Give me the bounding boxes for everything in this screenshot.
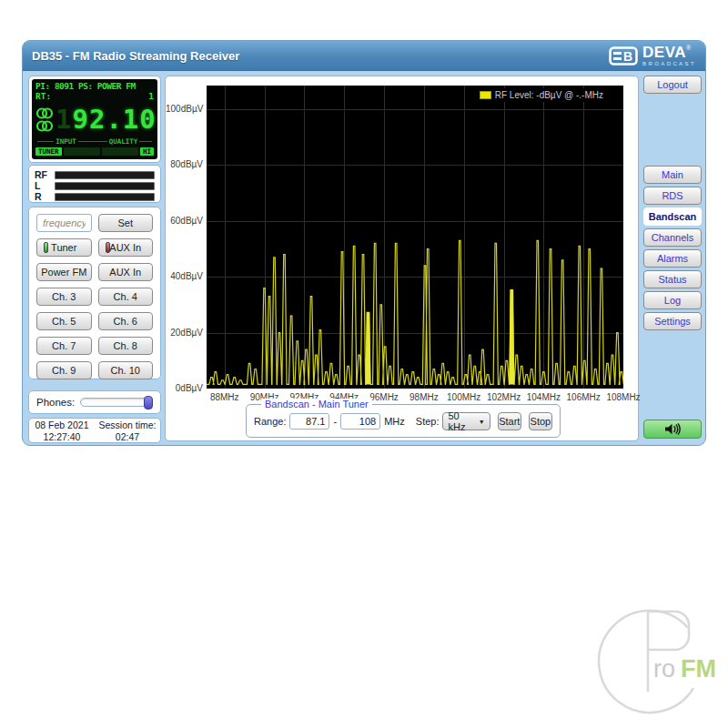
lcd-tuner-indicator: TUNER <box>35 147 62 156</box>
channel-7-button[interactable]: Ch. 7 <box>36 337 92 355</box>
sidebar-item-bandscan[interactable]: Bandscan <box>643 207 702 226</box>
date-value: 08 Feb 2021 <box>29 420 95 431</box>
y-tick-label: 60dBµV <box>166 216 203 226</box>
bandscan-chart: 0dBµV20dBµV40dBµV60dBµV80dBµV100dBµV 88M… <box>166 76 638 404</box>
start-button[interactable]: Start <box>498 412 521 430</box>
x-tick-label: 104MHz <box>527 392 561 402</box>
sidebar-item-main[interactable]: Main <box>643 166 702 184</box>
lcd-quality-label: QUALITY <box>109 137 138 146</box>
range-dash: - <box>333 416 337 427</box>
sidebar-item-settings[interactable]: Settings <box>643 312 702 330</box>
left-meter-label: L <box>35 180 51 191</box>
lcd-frequency-row: 192.10 <box>35 101 154 137</box>
right-meter: R <box>35 191 155 202</box>
left-meter: L <box>35 180 155 191</box>
x-tick-label: 102MHz <box>487 392 521 402</box>
sidebar-item-alarms[interactable]: Alarms <box>643 249 702 268</box>
rf-meter: RF <box>35 169 155 180</box>
x-tick-label: 98MHz <box>410 392 439 402</box>
lcd-frequency: 192.10 <box>56 104 157 135</box>
lcd-rt-flag: 1 <box>148 91 154 101</box>
range-label: Range: <box>254 416 286 427</box>
channel-5-button[interactable]: Ch. 5 <box>36 312 92 330</box>
power-fm-button[interactable]: Power FM <box>36 263 92 281</box>
lcd-rt-label: RT: <box>35 91 51 101</box>
channel-9-button[interactable]: Ch. 9 <box>36 361 92 379</box>
sidebar-item-rds[interactable]: RDS <box>643 187 702 205</box>
range-from-input[interactable] <box>289 413 329 430</box>
lcd-panel: PI: 8091 PS: POWER FM RT: 1 192.10 INPUT… <box>28 76 161 163</box>
watermark-ro: ro <box>653 655 675 682</box>
step-label: Step: <box>416 416 440 427</box>
channel-4-button[interactable]: Ch. 4 <box>98 288 154 306</box>
phones-volume-slider[interactable] <box>80 398 153 407</box>
chevron-down-icon: ▼ <box>479 419 485 425</box>
title-bar: DB35 - FM Radio Streaming Receiver B DEV… <box>23 41 705 71</box>
sidebar-item-log[interactable]: Log <box>643 291 702 309</box>
x-tick-label: 96MHz <box>369 392 399 402</box>
aux-in-button[interactable]: AUX In <box>98 238 154 257</box>
lcd-pi-ps: PI: 8091 PS: POWER FM <box>35 81 154 91</box>
tuner-controls-panel: Set Tuner AUX In Power FM AUX In Ch. 3 C… <box>28 207 161 379</box>
lcd-input-label: INPUT <box>56 137 76 146</box>
deva-logo-mark-icon: B <box>609 46 638 66</box>
brand-name: DEVA <box>642 44 686 61</box>
stereo-indicator-icon <box>35 107 54 132</box>
session-time-value: 02:47 <box>95 431 160 443</box>
x-tick-label: 108MHz <box>606 392 640 402</box>
lcd-dim-indicator <box>102 147 138 156</box>
profm-logo-icon: ro FM <box>593 601 728 728</box>
brand-sub: BROADCAST <box>642 61 696 66</box>
frequency-input[interactable] <box>36 214 92 232</box>
step-select[interactable]: 50 kHz ▼ <box>442 412 490 430</box>
channel-8-button[interactable]: Ch. 8 <box>98 337 154 355</box>
watermark-fm: FM <box>681 655 716 682</box>
logout-button[interactable]: Logout <box>643 76 702 94</box>
channel-3-button[interactable]: Ch. 3 <box>36 288 92 306</box>
lcd-ghost-digit: 1 <box>56 104 72 135</box>
app-window: DB35 - FM Radio Streaming Receiver B DEV… <box>22 40 706 446</box>
set-button[interactable]: Set <box>98 214 154 232</box>
legend-text: RF Level: -dBµV @ -.-MHz <box>495 90 603 100</box>
x-tick-label: 100MHz <box>447 392 480 402</box>
lcd-indicator-row: TUNER HI <box>35 147 154 156</box>
channel-10-button[interactable]: Ch. 10 <box>98 361 154 379</box>
audio-mute-button[interactable] <box>643 420 702 439</box>
lcd-scale-row: INPUT QUALITY <box>35 137 154 146</box>
range-to-input[interactable] <box>340 413 380 430</box>
level-meters-panel: RF L R <box>28 165 161 203</box>
stop-button[interactable]: Stop <box>529 412 552 430</box>
aux-in-2-button[interactable]: AUX In <box>98 263 154 281</box>
bandscan-controls: Bandscan - Main Tuner Range: - MHz Step:… <box>246 404 561 438</box>
brand-reg: ® <box>686 45 691 51</box>
y-tick-label: 20dBµV <box>166 328 203 338</box>
x-tick-label: 88MHz <box>210 392 239 402</box>
bandscan-controls-title: Bandscan - Main Tuner <box>261 399 372 410</box>
phones-panel: Phones: <box>28 390 161 414</box>
speaker-icon <box>664 423 681 435</box>
status-panel: 08 Feb 2021 Session time: 12:27:40 02:47 <box>28 418 161 443</box>
lcd-rt-row: RT: 1 <box>35 91 154 101</box>
nav-sidebar: Logout Main RDS Bandscan Channels Alarms… <box>643 76 702 440</box>
y-tick-label: 0dBµV <box>166 383 203 393</box>
sidebar-item-channels[interactable]: Channels <box>643 228 702 247</box>
deva-logo: B DEVA® BROADCAST <box>609 45 696 66</box>
chart-legend: RF Level: -dBµV @ -.-MHz <box>476 88 607 102</box>
phones-label: Phones: <box>36 397 75 408</box>
page-title: DB35 - FM Radio Streaming Receiver <box>32 49 239 63</box>
lcd-dim-indicator <box>64 147 100 156</box>
x-tick-label: 106MHz <box>567 392 601 402</box>
lcd-display: PI: 8091 PS: POWER FM RT: 1 192.10 INPUT… <box>32 79 157 159</box>
right-meter-label: R <box>35 191 51 202</box>
rf-meter-label: RF <box>35 169 51 180</box>
slider-thumb[interactable] <box>144 396 153 410</box>
green-led-icon <box>44 242 48 253</box>
session-time-label: Session time: <box>95 420 160 431</box>
sidebar-item-status[interactable]: Status <box>643 270 702 288</box>
lcd-hi-indicator: HI <box>140 147 154 156</box>
time-value: 12:27:40 <box>29 431 95 443</box>
bandscan-panel: 0dBµV20dBµV40dBµV60dBµV80dBµV100dBµV 88M… <box>165 76 639 441</box>
channel-6-button[interactable]: Ch. 6 <box>98 312 154 330</box>
step-value: 50 kHz <box>448 410 472 432</box>
tuner-button[interactable]: Tuner <box>36 238 92 257</box>
